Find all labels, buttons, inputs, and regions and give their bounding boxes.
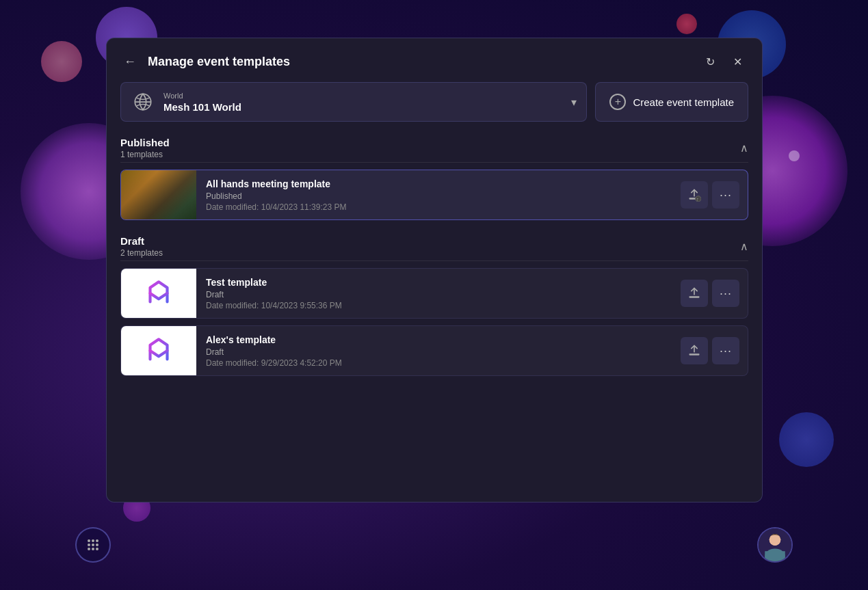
world-row: World Mesh 101 World ▾ + Create event te… [120, 82, 748, 122]
ellipsis-icon: ··· [720, 188, 732, 202]
back-arrow-icon: ← [124, 55, 136, 69]
template-info: Alex's template Draft Date modified: 9/2… [196, 327, 681, 375]
publish-icon: ↑ [687, 188, 701, 202]
template-name: Alex's template [206, 334, 671, 345]
mesh-logo-icon [142, 276, 176, 310]
published-section-left: Published 1 templates [120, 137, 170, 159]
template-info: All hands meeting template Published Dat… [196, 172, 681, 219]
publish-template-button[interactable] [681, 280, 708, 307]
create-template-button[interactable]: + Create event template [595, 82, 748, 122]
deco-circle-6 [41, 41, 82, 82]
refresh-icon: ↻ [706, 55, 715, 68]
template-status: Published [206, 191, 671, 201]
plus-icon: + [609, 94, 626, 110]
template-status: Draft [206, 290, 671, 299]
modal-body: World Mesh 101 World ▾ + Create event te… [107, 82, 762, 502]
create-button-label: Create event template [633, 96, 734, 108]
avatar-button[interactable] [757, 527, 793, 563]
refresh-button[interactable]: ↻ [699, 51, 721, 72]
close-icon: ✕ [733, 55, 742, 68]
world-icon [131, 90, 155, 114]
deco-circle-2 [342, 3, 376, 38]
more-options-button[interactable]: ··· [712, 181, 739, 209]
publish-template-button[interactable] [681, 337, 708, 364]
more-options-button[interactable]: ··· [712, 337, 739, 364]
globe-icon [133, 92, 153, 111]
svg-text:↑: ↑ [696, 196, 699, 202]
world-name: Mesh 101 World [163, 101, 563, 113]
template-status: Draft [206, 347, 671, 357]
chevron-down-icon: ▾ [571, 96, 577, 109]
svg-point-8 [96, 548, 98, 550]
ellipsis-icon: ··· [720, 286, 732, 301]
more-options-button[interactable]: ··· [712, 280, 739, 307]
back-button[interactable]: ← [120, 52, 140, 71]
world-selector[interactable]: World Mesh 101 World ▾ [120, 82, 587, 122]
svg-rect-19 [689, 296, 700, 298]
deco-circle-9 [789, 150, 800, 161]
svg-point-6 [88, 548, 90, 550]
draft-section-left: Draft 2 templates [120, 235, 163, 258]
world-label: World [163, 92, 563, 100]
svg-rect-12 [765, 551, 785, 561]
published-section: Published 1 templates ∧ All hands meetin… [120, 133, 748, 220]
template-item[interactable]: All hands meeting template Published Dat… [120, 170, 748, 220]
draft-section-header: Draft 2 templates ∧ [120, 231, 748, 261]
template-thumbnail [121, 326, 196, 375]
avatar-icon [759, 527, 791, 563]
published-title: Published [120, 137, 170, 148]
template-date: Date modified: 10/4/2023 9:55:36 PM [206, 301, 671, 310]
svg-point-5 [96, 544, 98, 546]
mesh-scene-thumbnail [121, 170, 196, 219]
logo-thumbnail [121, 269, 196, 318]
mesh-logo-icon [142, 334, 176, 368]
template-item[interactable]: Alex's template Draft Date modified: 9/2… [120, 325, 748, 376]
draft-collapse-icon[interactable]: ∧ [740, 240, 748, 253]
svg-point-7 [92, 548, 94, 550]
published-section-header: Published 1 templates ∧ [120, 133, 748, 163]
svg-point-0 [88, 539, 90, 542]
published-collapse-icon[interactable]: ∧ [740, 142, 748, 155]
app-grid-button[interactable] [75, 527, 111, 563]
template-info: Test template Draft Date modified: 10/4/… [196, 270, 681, 317]
template-actions: ↑ ··· [681, 181, 748, 209]
svg-point-4 [92, 544, 94, 546]
publish-icon [687, 286, 701, 300]
published-templates-list: All hands meeting template Published Dat… [120, 170, 748, 220]
svg-point-2 [96, 539, 98, 542]
close-button[interactable]: ✕ [726, 51, 748, 72]
modal-header: ← Manage event templates ↻ ✕ [107, 38, 762, 82]
template-thumbnail [121, 170, 196, 219]
published-count: 1 templates [120, 150, 170, 159]
ellipsis-icon: ··· [720, 344, 732, 358]
modal-title: Manage event templates [148, 55, 691, 69]
publish-icon [687, 344, 701, 358]
template-actions: ··· [681, 280, 748, 307]
svg-point-1 [92, 539, 94, 542]
world-info: World Mesh 101 World [163, 92, 563, 113]
template-actions: ··· [681, 337, 748, 364]
svg-point-13 [770, 534, 781, 546]
logo-thumbnail [121, 326, 196, 375]
svg-point-3 [88, 544, 90, 546]
manage-templates-modal: ← Manage event templates ↻ ✕ [106, 38, 763, 502]
grid-icon [86, 537, 101, 552]
svg-rect-20 [689, 353, 700, 356]
template-name: All hands meeting template [206, 178, 671, 189]
template-name: Test template [206, 277, 671, 288]
deco-circle-3 [676, 14, 697, 34]
draft-section: Draft 2 templates ∧ [120, 231, 748, 376]
draft-title: Draft [120, 235, 163, 247]
header-actions: ↻ ✕ [699, 51, 748, 72]
template-date: Date modified: 9/29/2023 4:52:20 PM [206, 358, 671, 368]
draft-count: 2 templates [120, 248, 163, 258]
template-thumbnail [121, 269, 196, 318]
template-date: Date modified: 10/4/2023 11:39:23 PM [206, 202, 671, 212]
template-item[interactable]: Test template Draft Date modified: 10/4/… [120, 268, 748, 319]
publish-template-button[interactable]: ↑ [681, 181, 708, 209]
deco-circle-10 [779, 412, 834, 467]
draft-templates-list: Test template Draft Date modified: 10/4/… [120, 268, 748, 376]
